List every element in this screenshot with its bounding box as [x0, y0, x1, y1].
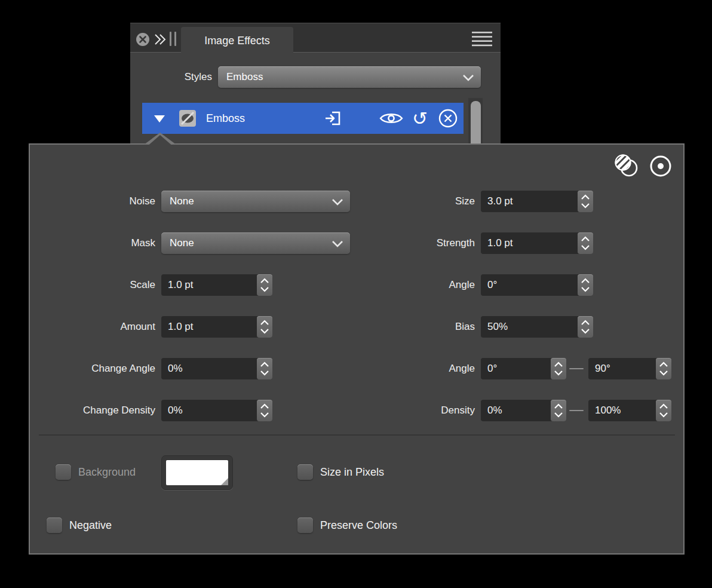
field-label-change-density: Change Density — [42, 404, 155, 417]
angle-range-to-field[interactable]: 90° — [588, 358, 671, 379]
angle-value[interactable]: 0° — [487, 274, 497, 296]
preserve-colors-checkbox[interactable] — [297, 517, 313, 533]
field-label-angle: Angle — [355, 278, 475, 292]
angle-range-to-stepper[interactable] — [656, 358, 671, 379]
bias-value[interactable]: 50% — [487, 316, 508, 338]
scrollbar-thumb[interactable] — [471, 101, 481, 143]
drag-handle-icon[interactable] — [174, 32, 176, 46]
density-range-to-value[interactable]: 100% — [595, 400, 621, 421]
apply-to-layer-icon[interactable] — [324, 109, 342, 127]
tab-label: Image Effects — [204, 35, 270, 47]
range-dash — [569, 368, 584, 369]
angle-range-from-field[interactable]: 0° — [481, 358, 566, 379]
mask-dropdown-value: None — [170, 232, 194, 254]
disclosure-triangle-icon[interactable] — [154, 115, 165, 122]
noise-dropdown-value: None — [170, 191, 194, 212]
panel-menu-icon[interactable] — [472, 30, 492, 47]
size-stepper[interactable] — [578, 191, 593, 212]
range-dash — [569, 410, 584, 411]
field-label-change-angle: Change Angle — [42, 362, 155, 375]
field-label-angle-range: Angle — [355, 362, 475, 375]
tab-image-effects[interactable]: Image Effects — [181, 27, 293, 53]
change-density-field[interactable]: 0% — [161, 400, 272, 421]
change-angle-value[interactable]: 0% — [168, 358, 183, 379]
size-field[interactable]: 3.0 pt — [481, 191, 593, 212]
radial-point-icon[interactable] — [649, 155, 672, 177]
visibility-eye-icon[interactable] — [379, 111, 403, 126]
density-range-to-stepper[interactable] — [656, 400, 671, 421]
reset-icon[interactable]: ↺ — [410, 107, 430, 130]
scale-field[interactable]: 1.0 pt — [161, 274, 272, 296]
scale-stepper[interactable] — [257, 274, 272, 296]
angle-range-from-stepper[interactable] — [551, 358, 566, 379]
bias-field[interactable]: 50% — [481, 316, 593, 338]
effect-row-label: Emboss — [206, 103, 245, 134]
image-effects-panel: Image Effects Styles Emboss Emboss — [130, 23, 501, 143]
angle-range-from-value[interactable]: 0° — [487, 358, 497, 379]
density-range-to-field[interactable]: 100% — [588, 400, 671, 421]
negative-checkbox[interactable] — [47, 517, 62, 533]
angle-field[interactable]: 0° — [481, 274, 593, 296]
density-range-from-field[interactable]: 0% — [481, 400, 566, 421]
field-label-mask: Mask — [42, 237, 155, 250]
angle-stepper[interactable] — [578, 274, 593, 296]
emboss-thumbnail-icon — [179, 110, 196, 127]
remove-icon[interactable] — [438, 108, 458, 128]
change-angle-field[interactable]: 0% — [161, 358, 272, 379]
bias-stepper[interactable] — [578, 316, 593, 338]
styles-dropdown[interactable]: Emboss — [218, 66, 481, 88]
chevron-down-icon — [332, 240, 343, 247]
density-range-from-value[interactable]: 0% — [487, 400, 502, 421]
amount-value[interactable]: 1.0 pt — [168, 316, 194, 338]
background-label: Background — [78, 466, 136, 479]
scale-value[interactable]: 1.0 pt — [168, 274, 194, 296]
strength-stepper[interactable] — [578, 232, 593, 254]
screen: Image Effects Styles Emboss Emboss — [0, 0, 712, 588]
field-label-size: Size — [355, 195, 475, 208]
angle-range-to-value[interactable]: 90° — [595, 358, 610, 379]
density-range-from-stepper[interactable] — [551, 400, 566, 421]
effect-row-emboss[interactable]: Emboss ↺ — [142, 103, 464, 134]
field-label-noise: Noise — [42, 195, 155, 208]
section-divider — [39, 434, 675, 436]
drag-handle-icon[interactable] — [170, 32, 171, 46]
background-color-swatch — [166, 460, 228, 485]
preserve-colors-label: Preserve Colors — [320, 519, 397, 532]
background-color-well[interactable] — [161, 455, 233, 490]
chevron-down-icon — [332, 198, 343, 206]
amount-stepper[interactable] — [257, 316, 272, 338]
field-label-bias: Bias — [355, 320, 475, 333]
change-density-stepper[interactable] — [257, 400, 272, 421]
change-density-value[interactable]: 0% — [168, 400, 183, 421]
styles-dropdown-value: Emboss — [226, 66, 263, 88]
field-label-density-range: Density — [355, 404, 475, 417]
background-checkbox[interactable] — [56, 464, 71, 480]
field-label-amount: Amount — [42, 320, 155, 333]
size-value[interactable]: 3.0 pt — [487, 191, 513, 212]
chevron-down-icon — [462, 74, 474, 81]
expand-chevrons-icon[interactable] — [153, 32, 167, 47]
strength-field[interactable]: 1.0 pt — [481, 232, 593, 254]
size-in-pixels-label: Size in Pixels — [320, 466, 384, 479]
amount-field[interactable]: 1.0 pt — [161, 316, 272, 338]
strength-value[interactable]: 1.0 pt — [487, 232, 513, 254]
styles-label: Styles — [152, 71, 212, 84]
noise-dropdown[interactable]: None — [161, 191, 350, 212]
change-angle-stepper[interactable] — [257, 358, 272, 379]
close-icon[interactable] — [136, 32, 150, 47]
field-label-strength: Strength — [355, 237, 475, 250]
size-in-pixels-checkbox[interactable] — [297, 464, 313, 480]
field-label-scale: Scale — [42, 278, 155, 292]
mask-dropdown[interactable]: None — [161, 232, 350, 254]
texture-circle-icon[interactable] — [613, 152, 639, 179]
negative-label: Negative — [69, 519, 112, 532]
emboss-settings-popup: Noise None Mask None Scale 1.0 pt Amount… — [29, 143, 685, 555]
